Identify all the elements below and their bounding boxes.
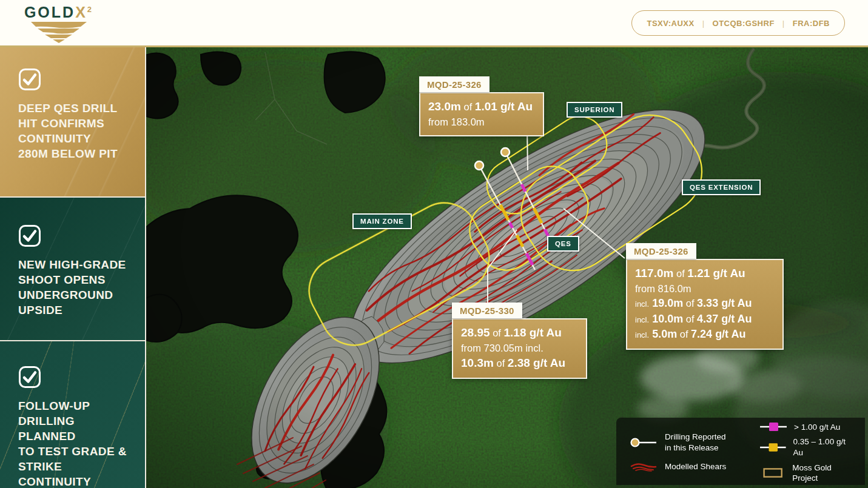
callout-tab: MQD-25-330: [452, 302, 522, 318]
shear-icon: [630, 460, 658, 473]
high-grade-interval-icon: [760, 421, 787, 432]
intercept-length: 10.0m: [652, 313, 683, 325]
legend-label: Moss Gold Project: [792, 463, 855, 484]
zone-label-main-zone: MAIN ZONE: [352, 213, 412, 229]
intercept-grade: 2.38 g/t Au: [508, 356, 565, 369]
intercept-length: 23.0m: [428, 100, 461, 113]
highlight-text-3: FOLLOW-UP DRILLING PLANNED TO TEST GRADE…: [18, 398, 132, 488]
highlight-panel-2: NEW HIGH-GRADE SHOOT OPENS UNDERGROUND U…: [0, 196, 145, 340]
zone-label-qes-extension: QES EXTENSION: [682, 179, 761, 195]
strata-logo-icon: [30, 21, 88, 43]
legend-item-drilling: Drilling Reported in this Release: [630, 432, 760, 453]
intercept-line: 117.0m of 1.21 g/t Au: [635, 266, 775, 282]
checkbox-icon: [18, 366, 41, 389]
intercept-grade: 1.21 g/t Au: [687, 267, 745, 279]
map-area: SUPERION QES EXTENSION MAIN ZONE QES MQD…: [146, 47, 868, 488]
intercept-line: 10.3m of 2.38 g/t Au: [461, 355, 578, 372]
callout-body: 28.95 of 1.18 g/t Au from 730.05m incl. …: [452, 318, 587, 379]
callout-body: 117.0m of 1.21 g/t Au from 816.0m incl.1…: [626, 259, 784, 350]
callout-mqd-25-326-deep: MQD-25-326 117.0m of 1.21 g/t Au from 81…: [626, 243, 784, 350]
map-legend: Drilling Reported in this Release Modell…: [616, 418, 865, 485]
brand-x-text: X: [75, 4, 87, 21]
legend-label: > 1.00 g/t Au: [794, 422, 840, 433]
header: GOLDX2 TSXV:AUXX | OTCQB:GSHRF | FRA:DFB: [0, 0, 868, 47]
legend-label: Drilling Reported in this Release: [665, 432, 726, 453]
ticker-divider: |: [702, 19, 705, 28]
intercept-length: 5.0m: [652, 328, 677, 340]
intercept-grade: 3.33 g/t Au: [697, 297, 752, 309]
callout-mqd-25-326-pit: MQD-25-326 23.0m of 1.01 g/t Au from 183…: [419, 76, 544, 136]
sidebar: DEEP QES DRILL HIT CONFIRMS CONTINUITY 2…: [0, 47, 146, 488]
legend-label: 0.35 – 1.00 g/t Au: [793, 436, 855, 458]
legend-item-project: Moss Gold Project: [760, 463, 855, 484]
intercept-depth: from 183.0m: [428, 115, 535, 129]
legend-right-column: > 1.00 g/t Au 0.35 – 1.00 g/t Au Moss Go…: [760, 426, 855, 479]
legend-item-high-grade: > 1.00 g/t Au: [760, 421, 855, 432]
legend-item-low-grade: 0.35 – 1.00 g/t Au: [760, 436, 855, 458]
brand-sup-text: 2: [87, 5, 93, 14]
callout-tab: MQD-25-326: [419, 76, 490, 92]
slide: GOLDX2 TSXV:AUXX | OTCQB:GSHRF | FRA:DFB…: [0, 0, 868, 488]
intercept-depth: from 730.05m incl.: [461, 341, 578, 355]
brand-wordmark: GOLDX2: [19, 5, 98, 20]
callout-mqd-25-330: MQD-25-330 28.95 of 1.18 g/t Au from 730…: [452, 302, 587, 379]
highlight-panel-3: FOLLOW-UP DRILLING PLANNED TO TEST GRADE…: [0, 340, 145, 488]
intercept-length: 10.3m: [461, 356, 494, 369]
zone-label-qes: QES: [547, 236, 579, 252]
intercept-length: 117.0m: [635, 267, 673, 279]
callout-tab: MQD-25-326: [626, 243, 696, 259]
intercept-grade: 1.18 g/t Au: [503, 326, 561, 339]
intercept-length: 28.95: [461, 326, 490, 339]
included-intercept: incl.10.0m of 4.37 g/t Au: [635, 312, 775, 327]
highlight-panel-1: DEEP QES DRILL HIT CONFIRMS CONTINUITY 2…: [0, 47, 145, 196]
drill-collar-icon: [630, 436, 658, 449]
highlight-text-1: DEEP QES DRILL HIT CONFIRMS CONTINUITY 2…: [18, 101, 132, 161]
intercept-grade: 4.37 g/t Au: [697, 313, 752, 325]
ticker-divider: |: [782, 19, 785, 28]
ticker-tsxv: TSXV:AUXX: [647, 19, 694, 28]
legend-left-column: Drilling Reported in this Release Modell…: [630, 426, 760, 479]
highlight-text-2: NEW HIGH-GRADE SHOOT OPENS UNDERGROUND U…: [18, 257, 132, 318]
checkbox-icon: [18, 224, 41, 247]
brand-logo: GOLDX2: [19, 5, 98, 43]
checkbox-icon: [18, 68, 41, 91]
ticker-fra: FRA:DFB: [793, 19, 830, 28]
ticker-otcqb: OTCQB:GSHRF: [713, 19, 775, 28]
brand-gold-text: GOLD: [24, 4, 75, 21]
intercept-grade: 1.01 g/t Au: [475, 100, 533, 113]
intercept-line: 23.0m of 1.01 g/t Au: [428, 99, 535, 115]
included-intercept: incl.5.0m of 7.24 g/t Au: [635, 327, 775, 343]
legend-item-shears: Modelled Shears: [630, 460, 760, 473]
intercept-grade: 7.24 g/t Au: [691, 328, 745, 340]
legend-label: Modelled Shears: [665, 461, 726, 472]
callout-body: 23.0m of 1.01 g/t Au from 183.0m: [419, 92, 544, 136]
zone-label-superion: SUPERION: [567, 102, 622, 118]
project-boundary-icon: [760, 467, 785, 478]
intercept-length: 19.0m: [652, 297, 683, 309]
intercept-depth: from 816.0m: [635, 282, 775, 296]
ticker-pill: TSXV:AUXX | OTCQB:GSHRF | FRA:DFB: [631, 10, 845, 36]
low-grade-interval-icon: [760, 442, 786, 453]
intercept-line: 28.95 of 1.18 g/t Au: [461, 325, 578, 341]
included-intercept: incl.19.0m of 3.33 g/t Au: [635, 296, 775, 312]
